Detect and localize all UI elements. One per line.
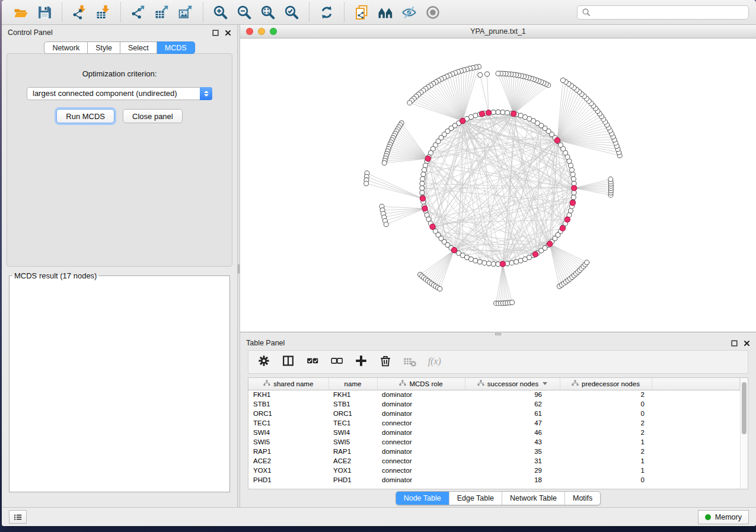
graph-node[interactable] <box>568 209 573 213</box>
table-row[interactable]: STB1STB1dominator620 <box>248 399 740 409</box>
graph-node[interactable] <box>496 110 500 114</box>
graph-hub-node[interactable] <box>511 111 516 116</box>
graph-node[interactable] <box>482 261 487 265</box>
graph-node[interactable] <box>420 177 425 181</box>
table-row[interactable]: YOX1YOX1connector291 <box>248 466 740 475</box>
float-panel-icon[interactable] <box>212 29 219 36</box>
tab-mcds[interactable]: MCDS <box>157 41 195 54</box>
import-table-button[interactable] <box>93 2 113 23</box>
graph-hub-node[interactable] <box>570 200 575 206</box>
optimization-criterion-select[interactable]: largest connected component (undirected) <box>27 87 212 100</box>
export-network-button[interactable] <box>128 2 148 23</box>
graph-hub-node[interactable] <box>460 118 465 123</box>
deselect-all-button[interactable] <box>330 354 344 370</box>
graph-node[interactable] <box>491 110 496 114</box>
graph-hub-node[interactable] <box>560 226 565 231</box>
tab-select[interactable]: Select <box>120 41 157 54</box>
close-panel-button[interactable]: Close panel <box>123 109 183 123</box>
open-file-button[interactable] <box>11 2 31 23</box>
first-neighbors-button[interactable] <box>375 2 395 23</box>
export-table-button[interactable] <box>152 2 172 23</box>
search-box[interactable] <box>577 5 749 20</box>
tab-edge-table[interactable]: Edge Table <box>449 492 502 505</box>
graph-node[interactable] <box>560 78 565 82</box>
add-row-button[interactable] <box>354 354 368 370</box>
graph-node[interactable] <box>420 186 425 191</box>
zoom-in-button[interactable] <box>210 2 231 23</box>
graph-hub-node[interactable] <box>532 252 538 257</box>
graph-node[interactable] <box>438 287 442 291</box>
graph-node[interactable] <box>473 258 478 263</box>
table-row[interactable]: ACE2ACE2connector311 <box>248 456 740 466</box>
select-all-button[interactable] <box>305 354 320 370</box>
column-header-mcds-role[interactable]: MCDS role <box>377 378 465 390</box>
show-columns-button[interactable] <box>281 354 295 370</box>
import-network-button[interactable] <box>69 2 90 23</box>
zoom-selected-button[interactable] <box>282 2 302 23</box>
graph-hub-node[interactable] <box>430 224 435 229</box>
graph-node[interactable] <box>382 161 387 165</box>
graph-node[interactable] <box>568 163 573 168</box>
memory-button[interactable]: Memory <box>698 510 749 524</box>
graph-node[interactable] <box>571 195 576 200</box>
delete-row-button[interactable] <box>378 354 393 370</box>
close-panel-icon[interactable] <box>224 29 231 36</box>
window-close-icon[interactable] <box>246 28 253 35</box>
tab-network[interactable]: Network <box>44 41 88 54</box>
hide-selected-button[interactable] <box>399 2 419 23</box>
graph-node[interactable] <box>484 72 489 76</box>
graph-hub-node[interactable] <box>422 206 428 211</box>
graph-node[interactable] <box>571 177 576 181</box>
column-header-shared-name[interactable]: shared name <box>248 378 328 390</box>
graph-hub-node[interactable] <box>572 185 577 191</box>
column-header-successor-nodes[interactable]: successor nodes <box>465 378 560 390</box>
graph-hub-node[interactable] <box>479 111 484 117</box>
graph-node[interactable] <box>514 259 519 264</box>
graph-node[interactable] <box>487 261 492 266</box>
tab-node-table[interactable]: Node Table <box>396 492 449 505</box>
column-header-name[interactable]: name <box>328 378 377 390</box>
table-scrollbar-thumb[interactable] <box>742 382 747 434</box>
window-minimize-icon[interactable] <box>258 28 265 35</box>
graph-node[interactable] <box>500 110 505 114</box>
graph-node[interactable] <box>469 257 474 261</box>
graph-node[interactable] <box>496 71 500 76</box>
graph-node[interactable] <box>509 261 514 265</box>
graph-node[interactable] <box>421 172 426 177</box>
splitter-grip[interactable] <box>238 264 240 274</box>
graph-hub-node[interactable] <box>500 261 505 267</box>
table-row[interactable]: TEC1TEC1connector472 <box>248 418 740 428</box>
graph-hub-node[interactable] <box>425 156 430 161</box>
table-row[interactable]: FKH1FKH1dominator962 <box>248 390 740 399</box>
export-image-button[interactable] <box>176 2 196 23</box>
save-session-button[interactable] <box>34 2 55 23</box>
float-table-panel-icon[interactable] <box>731 339 738 347</box>
refresh-view-button[interactable] <box>317 2 337 23</box>
graph-node[interactable] <box>491 262 496 267</box>
graph-hub-node[interactable] <box>554 137 560 143</box>
graph-node[interactable] <box>384 222 388 227</box>
graph-node[interactable] <box>407 100 412 105</box>
graph-hub-node[interactable] <box>564 217 570 222</box>
graph-hub-node[interactable] <box>451 248 457 253</box>
zoom-fit-button[interactable] <box>258 2 278 23</box>
tab-style[interactable]: Style <box>88 41 120 54</box>
graph-node[interactable] <box>478 73 483 78</box>
table-scrollbar[interactable] <box>740 378 748 489</box>
graph-hub-node[interactable] <box>486 110 491 116</box>
graph-hub-node[interactable] <box>420 196 425 201</box>
task-history-button[interactable] <box>9 510 27 524</box>
graph-node[interactable] <box>510 300 515 305</box>
run-mcds-button[interactable]: Run MCDS <box>56 109 114 123</box>
table-row[interactable]: RAP1RAP1dominator352 <box>248 447 740 456</box>
graph-node[interactable] <box>518 113 523 118</box>
table-row[interactable]: SWI5SWI5connector431 <box>248 437 740 447</box>
graph-node[interactable] <box>364 181 369 186</box>
network-canvas[interactable] <box>240 39 756 332</box>
table-row[interactable]: SWI4SWI4dominator462 <box>248 428 740 437</box>
graph-node[interactable] <box>420 181 425 186</box>
graph-node[interactable] <box>570 172 575 177</box>
panel-splitter[interactable] <box>237 25 240 507</box>
graph-node[interactable] <box>423 163 428 168</box>
graph-node[interactable] <box>570 168 575 172</box>
